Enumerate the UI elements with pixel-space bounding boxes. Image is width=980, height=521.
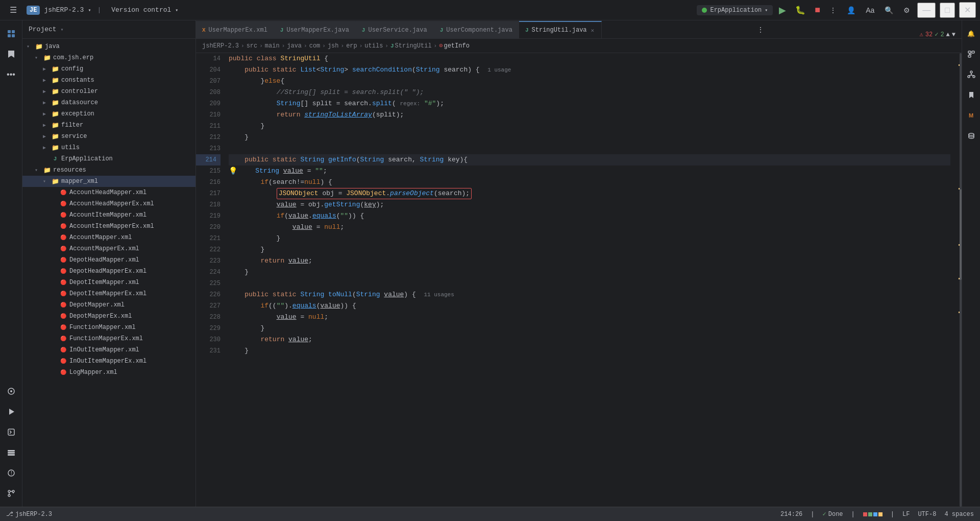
structure-button[interactable]: [962, 45, 981, 63]
tree-arrow: ▶: [43, 111, 51, 117]
breadcrumb-item[interactable]: java: [287, 42, 302, 50]
sort-up-icon[interactable]: ▲: [946, 31, 950, 38]
code-content[interactable]: public class StringUtil { public static …: [225, 53, 954, 507]
stop-button[interactable]: ■: [813, 3, 822, 17]
maximize-button[interactable]: □: [940, 3, 955, 18]
tree-item-FunctionMapperEx[interactable]: ▶ 🔴 FunctionMapperEx.xml: [22, 333, 195, 344]
tree-item-InOutItemMapper[interactable]: ▶ 🔴 InOutItemMapper.xml: [22, 344, 195, 356]
tree-item-constants[interactable]: ▶ 📁 constants: [22, 75, 195, 86]
tree-item-DepotMapperEx[interactable]: ▶ 🔴 DepotMapperEx.xml: [22, 311, 195, 322]
breadcrumb-item-getInfo[interactable]: ⊙getInfo: [439, 42, 470, 50]
breadcrumb-item[interactable]: erp: [346, 42, 357, 50]
tree-item-FunctionMapper[interactable]: ▶ 🔴 FunctionMapper.xml: [22, 322, 195, 333]
tree-item-InOutItemMapperEx[interactable]: ▶ 🔴 InOutItemMapperEx.xml: [22, 356, 195, 367]
debug-button[interactable]: 🐛: [792, 3, 808, 17]
project-dropdown-icon[interactable]: ▾: [88, 7, 91, 13]
sidebar-dropdown-icon[interactable]: ▾: [61, 27, 64, 33]
minimize-button[interactable]: —: [917, 3, 936, 18]
tree-label: ErpApplication: [61, 155, 113, 162]
tree-item-AccountItemMapperEx[interactable]: ▶ 🔴 AccountItemMapperEx.xml: [22, 221, 195, 232]
tree-item-resources[interactable]: ▾ 📁 resources: [22, 164, 195, 176]
settings-button[interactable]: ⚙: [900, 4, 913, 16]
tabs-more-button[interactable]: ⋮: [753, 21, 768, 38]
tree-item-AccountMapper[interactable]: ▶ 🔴 AccountMapper.xml: [22, 232, 195, 243]
breadcrumb-sep: ›: [434, 43, 437, 49]
tree-item-datasource[interactable]: ▶ 📁 datasource: [22, 97, 195, 108]
line-sep-status[interactable]: LF: [902, 511, 910, 518]
hamburger-menu-button[interactable]: ☰: [4, 1, 22, 19]
problems-button[interactable]: !: [2, 464, 20, 482]
git-status[interactable]: ⎇ jshERP-2.3: [6, 510, 52, 518]
indent-status[interactable]: 4 spaces: [944, 511, 974, 518]
vcs-status[interactable]: ✓ Done: [823, 510, 843, 518]
services-button[interactable]: [2, 443, 20, 462]
run-tools-button[interactable]: [2, 402, 20, 421]
tree-item-DepotMapper[interactable]: ▶ 🔴 DepotMapper.xml: [22, 299, 195, 311]
notifications-right-button[interactable]: 🔔: [962, 25, 981, 43]
close-button[interactable]: ✕: [959, 2, 976, 18]
tab-UserMapperEx-java[interactable]: J UserMapperEx.java: [274, 21, 356, 38]
tab-UserMapperEx-xml[interactable]: X UserMapperEx.xml: [196, 21, 274, 38]
tree-item-AccountItemMapper[interactable]: ▶ 🔴 AccountItemMapper.xml: [22, 209, 195, 221]
tree-item-AccountMapperEx[interactable]: ▶ 🔴 AccountMapperEx.xml: [22, 243, 195, 254]
run-config[interactable]: ErpApplication ▾: [697, 5, 773, 15]
vcs-dropdown-icon[interactable]: ▾: [175, 7, 178, 13]
tree-item-LogMapper[interactable]: ▶ 🔴 LogMapper.xml: [22, 367, 195, 378]
status-sep-2: |: [851, 511, 855, 518]
svg-rect-18: [968, 55, 971, 57]
svg-line-25: [969, 75, 971, 76]
tree-item-exception[interactable]: ▶ 📁 exception: [22, 108, 195, 120]
tree-label: FunctionMapper.xml: [69, 324, 136, 331]
run-button[interactable]: ▶: [777, 3, 788, 18]
tree-item-java[interactable]: ▾ 📁 java: [22, 41, 195, 52]
tree-item-erpapplication[interactable]: ▶ J ErpApplication: [22, 153, 195, 164]
project-view-button[interactable]: [2, 25, 20, 43]
tree-item-DepotItemMapper[interactable]: ▶ 🔴 DepotItemMapper.xml: [22, 277, 195, 288]
tree-item-AccountHeadMapper[interactable]: ▶ 🔴 AccountHeadMapper.xml: [22, 187, 195, 198]
encoding-status[interactable]: UTF-8: [918, 511, 936, 518]
breadcrumb-item[interactable]: main: [265, 42, 280, 50]
sort-down-icon[interactable]: ▼: [952, 31, 955, 38]
colorscheme-status[interactable]: [863, 512, 883, 516]
breadcrumb-item[interactable]: utils: [364, 42, 383, 50]
breadcrumb-item[interactable]: jshERP-2.3: [202, 42, 239, 50]
maven-button[interactable]: M: [962, 106, 981, 125]
tab-UserComponent-java[interactable]: J UserComponent.java: [434, 21, 519, 38]
terminal-button[interactable]: [2, 423, 20, 441]
git-button[interactable]: [2, 484, 20, 503]
tab-UserService-java[interactable]: J UserService.java: [356, 21, 434, 38]
tree-item-DepotHeadMapperEx[interactable]: ▶ 🔴 DepotHeadMapperEx.xml: [22, 266, 195, 277]
search-button[interactable]: 🔍: [881, 4, 896, 16]
notifications-button[interactable]: [2, 382, 20, 400]
vcs-label[interactable]: Version control: [111, 6, 171, 14]
bookmarks-button[interactable]: [2, 45, 20, 63]
tab-close-button[interactable]: ✕: [590, 27, 596, 34]
tree-item-com-jsh-erp[interactable]: ▾ 📁 com.jsh.erp: [22, 52, 195, 63]
tree-item-utils[interactable]: ▶ 📁 utils: [22, 142, 195, 153]
tab-StringUtil-java[interactable]: J StringUtil.java ✕: [519, 21, 602, 38]
profile-button[interactable]: 👤: [844, 4, 859, 16]
run-config-dropdown-icon[interactable]: ▾: [765, 7, 768, 13]
translate-button[interactable]: Aa: [863, 4, 877, 16]
breadcrumb-item[interactable]: com: [309, 42, 321, 50]
breadcrumb-item[interactable]: src: [247, 42, 258, 50]
hierarchy-button[interactable]: [962, 65, 981, 84]
cursor-position[interactable]: 214:26: [780, 511, 802, 518]
tree-item-AccountHeadMapperEx[interactable]: ▶ 🔴 AccountHeadMapperEx.xml: [22, 198, 195, 209]
tree-item-controller[interactable]: ▶ 📁 controller: [22, 86, 195, 97]
breadcrumb-item-StringUtil[interactable]: JStringUtil: [390, 42, 432, 50]
tree-item-service[interactable]: ▶ 📁 service: [22, 131, 195, 142]
more-actions-button[interactable]: ⋮: [826, 4, 840, 16]
tree-item-config[interactable]: ▶ 📁 config: [22, 63, 195, 75]
more-tools-button[interactable]: •••: [2, 65, 20, 84]
tree-item-filter[interactable]: ▶ 📁 filter: [22, 120, 195, 131]
database-button[interactable]: [962, 127, 981, 145]
scrollbar-thumb[interactable]: [960, 189, 962, 280]
tree-item-DepotItemMapperEx[interactable]: ▶ 🔴 DepotItemMapperEx.xml: [22, 288, 195, 299]
code-line-231: }: [229, 345, 950, 357]
sidebar-content[interactable]: ▾ 📁 java ▾ 📁 com.jsh.erp ▶ 📁 config ▶ 📁 …: [22, 39, 195, 507]
tree-item-DepotHeadMapper[interactable]: ▶ 🔴 DepotHeadMapper.xml: [22, 254, 195, 266]
tree-item-mapper-xml[interactable]: ▾ 📁 mapper_xml: [22, 176, 195, 187]
bookmarks-right-button[interactable]: [962, 86, 981, 104]
breadcrumb-item[interactable]: jsh: [328, 42, 339, 50]
